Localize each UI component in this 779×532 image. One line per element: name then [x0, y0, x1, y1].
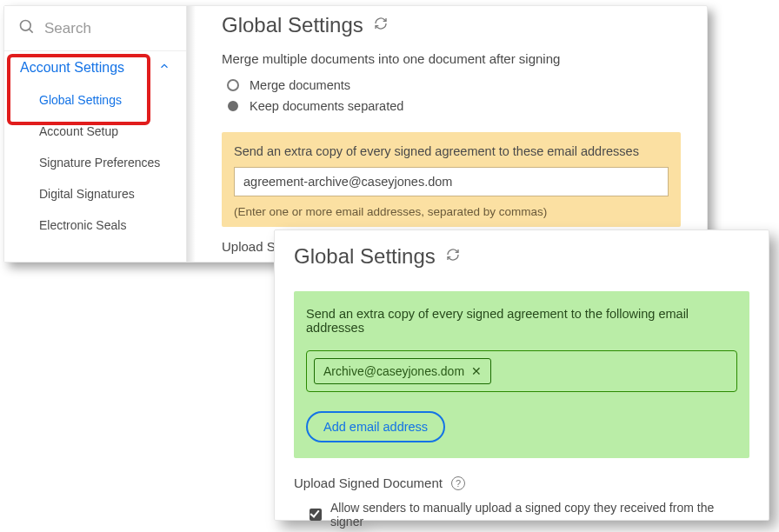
nav-electronic-seals-label: Electronic Seals — [39, 218, 126, 232]
nav-account-settings-label: Account Settings — [20, 60, 124, 76]
extra-copy-input-old[interactable]: agreement-archive@caseyjones.dom — [234, 167, 669, 196]
refresh-icon[interactable] — [374, 17, 388, 34]
allow-upload-label: Allow senders to manually upload a signe… — [330, 501, 749, 529]
nav-account-setup-label: Account Setup — [39, 124, 118, 138]
upload-signed-heading-row: Upload Signed Document ? — [294, 475, 749, 490]
merge-radio-keep-label: Keep documents separated — [250, 99, 403, 113]
radio-unselected-icon — [227, 79, 239, 91]
email-chip-label: Archive@caseyjones.dom — [323, 364, 464, 378]
nav-account-settings[interactable]: Account Settings — [4, 51, 186, 84]
panel1-main: Global Settings Merge multiple documents… — [187, 6, 707, 262]
nav-digital-signatures[interactable]: Digital Signatures — [4, 178, 186, 209]
merge-heading: Merge multiple documents into one docume… — [222, 51, 681, 66]
nav-global-settings-label: Global Settings — [39, 93, 122, 107]
add-email-button-label: Add email address — [323, 420, 428, 434]
nav-account-setup[interactable]: Account Setup — [4, 116, 186, 147]
merge-radio-merge[interactable]: Merge documents — [222, 75, 681, 96]
merge-radio-merge-label: Merge documents — [250, 78, 350, 92]
search-icon — [18, 18, 36, 39]
extra-copy-section-old: Send an extra copy of every signed agree… — [222, 132, 681, 227]
extra-copy-heading-old: Send an extra copy of every signed agree… — [234, 144, 669, 158]
add-email-button[interactable]: Add email address — [306, 411, 445, 442]
page-title-2: Global Settings — [294, 244, 436, 269]
email-chip[interactable]: Archive@caseyjones.dom ✕ — [314, 358, 491, 384]
radio-selected-icon — [228, 101, 238, 111]
close-icon[interactable]: ✕ — [471, 365, 482, 377]
refresh-icon-2[interactable] — [446, 248, 460, 265]
nav-digital-signatures-label: Digital Signatures — [39, 187, 135, 201]
nav-electronic-seals[interactable]: Electronic Seals — [4, 209, 186, 241]
extra-copy-section-new: Send an extra copy of every signed agree… — [294, 291, 749, 458]
search-placeholder: Search — [44, 20, 91, 37]
checkbox-checked-icon — [310, 509, 322, 521]
page-title-row-2: Global Settings — [294, 244, 749, 269]
extra-copy-chip-field[interactable]: Archive@caseyjones.dom ✕ — [306, 350, 737, 392]
chevron-up-icon — [158, 60, 170, 76]
svg-line-1 — [30, 29, 33, 32]
svg-point-0 — [21, 20, 31, 30]
allow-upload-checkbox-row[interactable]: Allow senders to manually upload a signe… — [294, 501, 749, 529]
upload-signed-heading: Upload Signed Document — [294, 475, 443, 490]
settings-panel-old: Search Account Settings Global Settings … — [3, 5, 708, 263]
sidebar: Search Account Settings Global Settings … — [4, 6, 187, 262]
merge-radio-keep[interactable]: Keep documents separated — [222, 96, 681, 116]
extra-copy-input-value: agreement-archive@caseyjones.dom — [243, 175, 452, 189]
settings-panel-new: Global Settings Send an extra copy of ev… — [274, 229, 769, 521]
page-title-row: Global Settings — [222, 13, 681, 37]
extra-copy-heading-new: Send an extra copy of every signed agree… — [306, 307, 737, 335]
search-row[interactable]: Search — [4, 6, 186, 51]
page-title: Global Settings — [222, 13, 363, 37]
help-icon[interactable]: ? — [451, 476, 465, 490]
nav-global-settings[interactable]: Global Settings — [4, 84, 186, 116]
nav-signature-preferences-label: Signature Preferences — [39, 156, 160, 170]
extra-copy-hint: (Enter one or more email addresses, sepa… — [234, 205, 669, 218]
nav-signature-preferences[interactable]: Signature Preferences — [4, 147, 186, 178]
